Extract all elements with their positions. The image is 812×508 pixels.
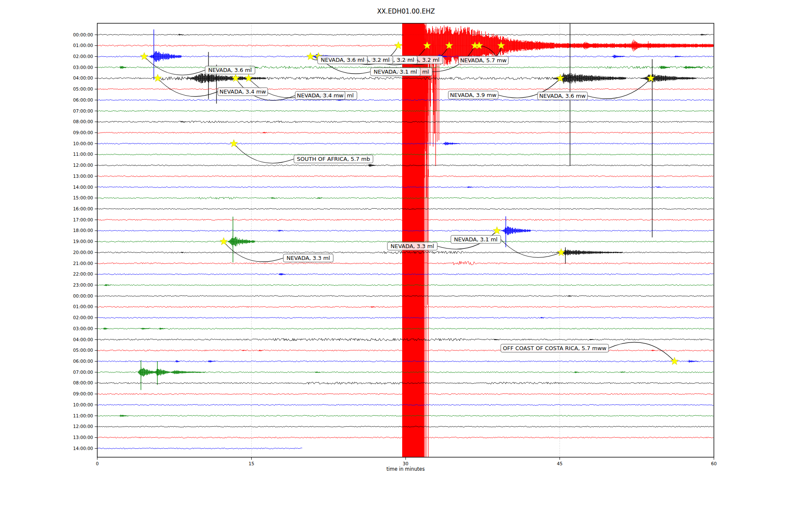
event-star-icon [395, 41, 402, 49]
y-tick-label: 20:00:00 [73, 250, 93, 255]
event-star-icon [230, 140, 238, 147]
y-tick-label: 11:00:00 [73, 413, 93, 418]
y-tick-label: 13:00:00 [73, 435, 93, 440]
y-tick-label: 03:00:00 [73, 65, 93, 70]
event-label: NEVADA, 3.9 mw [448, 91, 498, 99]
y-tick-label: 02:00:00 [73, 54, 93, 59]
event-star-icon [245, 74, 252, 81]
event-label-text: NEVADA, 3.1 ml [374, 69, 417, 75]
leader-line [234, 144, 294, 163]
event-label: NEVADA, 3.4 mw [218, 88, 268, 96]
figure: XX.EDH01.00.EHZ NEVADA, 3.6 mlNEVADA, 3.… [0, 0, 812, 508]
y-tick-label: 10:00:00 [73, 402, 93, 407]
event-label: NEVADA, 3.4 mw [295, 91, 345, 99]
event-label-text: NEVADA, 3.6 ml [321, 57, 365, 63]
event-label-text: NEVADA, 3.3 ml [287, 255, 330, 261]
y-tick-label: 05:00:00 [73, 86, 93, 91]
y-tick-label: 14:00:00 [73, 446, 93, 451]
event-label-text: NEVADA, 3.1 ml [454, 236, 498, 243]
event-label-text: NEVADA, 3.3 ml [391, 243, 434, 249]
event-star-icon [307, 52, 314, 60]
x-tick-label: 30 [403, 461, 408, 466]
y-tick-label: 13:00:00 [73, 174, 93, 179]
y-tick-label: 16:00:00 [73, 206, 93, 211]
y-tick-label: 07:00:00 [73, 370, 93, 375]
y-tick-label: 19:00:00 [73, 239, 93, 244]
y-tick-label: 06:00:00 [73, 359, 93, 364]
y-tick-label: 00:00:00 [73, 293, 93, 298]
event-label-text: NEVADA, 3.9 mw [450, 92, 497, 98]
event-star-icon [557, 248, 565, 256]
y-tick-label: 09:00:00 [73, 130, 93, 135]
y-tick-label: 18:00:00 [73, 228, 93, 233]
x-axis-title: time in minutes [97, 466, 714, 472]
event-label-text: NEVADA, 3.6 ml [208, 67, 252, 73]
event-label: NEVADA, 5.7 mw [458, 56, 508, 64]
y-tick-label: 00:00:00 [73, 32, 93, 37]
event-star-icon [220, 237, 228, 245]
band-spray [425, 23, 439, 457]
saturated-band [402, 23, 424, 457]
x-tick-label: 15 [249, 461, 254, 466]
event-star-icon [154, 74, 162, 81]
event-label: NEVADA, 3.3 ml [283, 254, 333, 262]
leader-line [144, 56, 205, 75]
event-label: NEVADA, 3.6 ml [205, 66, 255, 74]
event-label-text: NEVADA, 3.6 mw [539, 93, 586, 99]
y-tick-label: 12:00:00 [73, 163, 93, 168]
x-tick-label: 60 [711, 461, 716, 466]
y-tick-label: 21:00:00 [73, 261, 93, 266]
y-tick-label: 08:00:00 [73, 119, 93, 124]
y-tick-label: 05:00:00 [73, 348, 93, 353]
y-tick-label: 10:00:00 [73, 141, 93, 146]
y-tick-label: 06:00:00 [73, 97, 93, 102]
event-label-text: OFF COAST OF COSTA RICA, 5.7 mww [503, 345, 606, 351]
y-tick-label: 12:00:00 [73, 424, 93, 429]
event-star-icon [232, 74, 239, 81]
event-label-text: SOUTH OF AFRICA, 5.7 mb [297, 156, 370, 162]
leader-line [501, 240, 561, 258]
event-label-text: NEVADA, 5.7 mw [460, 57, 507, 64]
event-label: NEVADA, 3.3 ml [387, 242, 437, 250]
event-star-icon [671, 357, 678, 364]
y-tick-label: 17:00:00 [73, 217, 93, 222]
event-label: NEVADA, 3.1 ml [451, 235, 501, 243]
y-tick-label: 04:00:00 [73, 75, 93, 80]
event-label: NEVADA, 3.1 ml [370, 68, 420, 76]
event-label-text: NEVADA, 3.4 mw [219, 88, 266, 95]
y-tick-label: 03:00:00 [73, 326, 93, 331]
y-tick-label: 09:00:00 [73, 391, 93, 396]
leader-line [609, 342, 675, 362]
event-label-text: NEVADA, 3.4 mw [297, 92, 343, 99]
x-tick-label: 45 [557, 461, 562, 466]
event-star-icon [493, 226, 501, 234]
y-tick-label: 07:00:00 [73, 108, 93, 113]
event-label: NEVADA, 3.6 mw [538, 92, 587, 100]
y-tick-label: 23:00:00 [73, 282, 93, 287]
y-tick-label: 22:00:00 [73, 271, 93, 276]
y-tick-label: 02:00:00 [73, 315, 93, 320]
event-label: OFF COAST OF COSTA RICA, 5.7 mww [501, 344, 609, 352]
event-label: NEVADA, 3.6 ml [318, 56, 368, 64]
event-star-icon [140, 52, 148, 60]
y-tick-label: 11:00:00 [73, 152, 93, 157]
x-tick-label: 0 [96, 461, 99, 466]
trace-row-38 [97, 448, 302, 449]
y-tick-label: 04:00:00 [73, 337, 93, 342]
y-tick-label: 01:00:00 [73, 304, 93, 309]
y-tick-label: 15:00:00 [73, 195, 93, 200]
y-tick-label: 14:00:00 [73, 185, 93, 190]
y-tick-label: 08:00:00 [73, 380, 93, 385]
helicorder-plot: NEVADA, 3.6 mlNEVADA, 3.4 mwNEVADA, 3.4 … [0, 0, 812, 508]
y-tick-label: 01:00:00 [73, 43, 93, 48]
event-label: SOUTH OF AFRICA, 5.7 mb [294, 155, 373, 163]
